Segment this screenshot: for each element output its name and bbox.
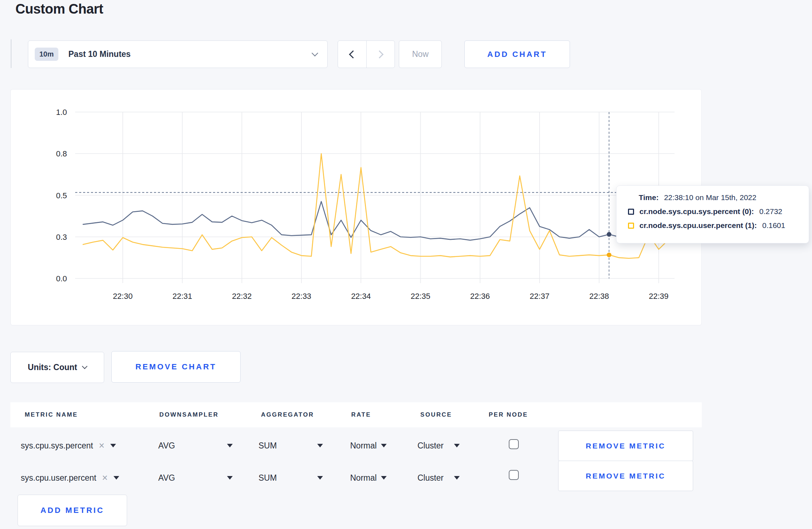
downsampler-select[interactable]: AVG (158, 463, 233, 493)
caret-down-icon (381, 476, 387, 480)
header-downsampler: DOWNSAMPLER (159, 402, 219, 427)
hover-dot (607, 232, 612, 237)
close-icon[interactable]: × (99, 441, 105, 451)
prev-time-button[interactable] (338, 41, 366, 68)
svg-text:22:33: 22:33 (291, 292, 311, 301)
hover-dot (607, 253, 612, 257)
time-window-select[interactable]: 10m Past 10 Minutes (28, 40, 328, 68)
svg-text:22:36: 22:36 (470, 292, 490, 301)
rate-select[interactable]: Normal (350, 463, 387, 493)
svg-text:22:34: 22:34 (351, 292, 371, 301)
caret-down-icon (110, 444, 116, 447)
tooltip-time-value: 22:38:10 on Mar 15th, 2022 (664, 193, 757, 202)
tooltip-series-value: 0.2732 (759, 207, 782, 216)
series-line (83, 202, 669, 240)
header-metric-name: METRIC NAME (25, 402, 78, 427)
svg-text:0.5: 0.5 (56, 191, 67, 200)
svg-text:0.0: 0.0 (56, 274, 67, 283)
rate-select[interactable]: Normal (350, 431, 387, 461)
svg-text:22:38: 22:38 (589, 292, 609, 301)
svg-text:22:31: 22:31 (173, 292, 192, 301)
caret-down-icon (454, 444, 460, 447)
caret-down-icon (317, 476, 323, 480)
add-metric-button[interactable]: ADD METRIC (18, 495, 127, 526)
tooltip-series-name: cr.node.sys.cpu.user.percent (1): (639, 221, 757, 230)
line-chart: 0.00.30.50.81.022:3022:3122:3222:3322:34… (47, 107, 677, 308)
svg-text:22:35: 22:35 (411, 292, 430, 301)
series-line (83, 154, 669, 258)
series-swatch-icon (628, 209, 634, 215)
chart-tooltip: Time: 22:38:10 on Mar 15th, 2022 cr.node… (616, 185, 809, 243)
source-select[interactable]: Cluster (417, 431, 460, 461)
remove-chart-button[interactable]: REMOVE CHART (111, 351, 241, 383)
caret-down-icon (227, 476, 233, 480)
svg-text:22:37: 22:37 (530, 292, 550, 301)
svg-text:0.8: 0.8 (56, 149, 67, 158)
custom-chart-page: Custom Chart 10m Past 10 Minutes Now ADD… (0, 0, 812, 529)
metric-name-select[interactable]: sys.cpu.user.percent × (21, 463, 119, 493)
metric-name-value: sys.cpu.user.percent (21, 473, 96, 483)
tooltip-series-name: cr.node.sys.cpu.sys.percent (0): (639, 207, 754, 216)
source-select[interactable]: Cluster (417, 463, 460, 493)
header-source: SOURCE (420, 402, 452, 427)
header-rate: RATE (351, 402, 371, 427)
toolbar-divider (11, 39, 11, 68)
metrics-table-header: METRIC NAME DOWNSAMPLER AGGREGATOR RATE … (10, 402, 702, 427)
chevron-right-icon (375, 50, 383, 58)
time-window-badge: 10m (35, 48, 58, 61)
aggregator-select[interactable]: SUM (258, 463, 323, 493)
caret-down-icon (454, 476, 460, 480)
time-nav-group (338, 40, 395, 68)
remove-metric-button[interactable]: REMOVE METRIC (558, 461, 693, 491)
caret-down-icon (317, 444, 323, 447)
units-label: Units: Count (28, 363, 77, 372)
time-window-label: Past 10 Minutes (68, 49, 131, 59)
per-node-checkbox[interactable] (509, 439, 519, 449)
svg-text:1.0: 1.0 (56, 108, 67, 117)
aggregator-select[interactable]: SUM (258, 431, 323, 461)
close-icon[interactable]: × (102, 473, 108, 483)
chevron-down-icon (82, 364, 88, 369)
caret-down-icon (227, 444, 233, 447)
now-button[interactable]: Now (399, 40, 442, 68)
units-select[interactable]: Units: Count (10, 352, 104, 383)
svg-text:0.3: 0.3 (56, 233, 67, 242)
chevron-down-icon (311, 50, 318, 56)
header-aggregator: AGGREGATOR (261, 402, 314, 427)
metric-name-value: sys.cpu.sys.percent (21, 441, 93, 451)
page-title: Custom Chart (15, 1, 103, 17)
caret-down-icon (113, 476, 119, 480)
metric-name-select[interactable]: sys.cpu.sys.percent × (21, 431, 116, 461)
downsampler-select[interactable]: AVG (158, 431, 233, 461)
add-chart-button[interactable]: ADD CHART (464, 40, 570, 68)
svg-text:22:39: 22:39 (649, 292, 668, 301)
header-per-node: PER NODE (489, 402, 528, 427)
remove-metric-button[interactable]: REMOVE METRIC (558, 431, 693, 461)
svg-text:22:30: 22:30 (113, 292, 132, 301)
caret-down-icon (381, 444, 387, 447)
tooltip-series-value: 0.1601 (762, 221, 785, 230)
per-node-checkbox[interactable] (509, 470, 519, 480)
next-time-button[interactable] (366, 41, 395, 68)
tooltip-time-label: Time: (639, 193, 659, 202)
series-swatch-icon (628, 223, 634, 229)
chart-plot-area[interactable]: 0.00.30.50.81.022:3022:3122:3222:3322:34… (47, 107, 677, 308)
chevron-left-icon (349, 50, 357, 58)
svg-text:22:32: 22:32 (232, 292, 252, 301)
